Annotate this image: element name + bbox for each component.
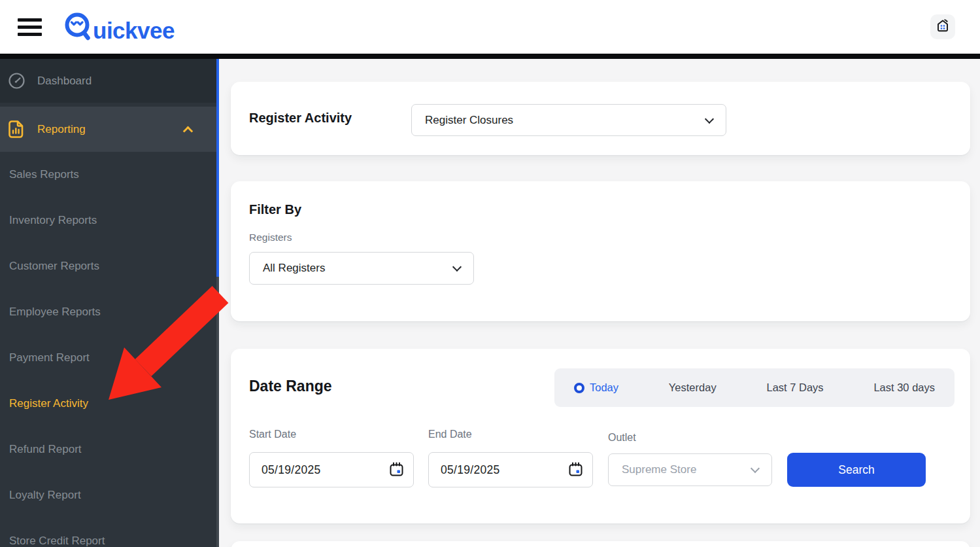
- register-activity-select[interactable]: Register Closures: [411, 104, 726, 136]
- sidebar-item-refund-report[interactable]: Refund Report: [0, 427, 219, 472]
- sidebar-item-loyalty-report[interactable]: Loyalty Report: [0, 472, 219, 518]
- next-card-partial: [231, 541, 970, 547]
- hamburger-menu-icon[interactable]: [18, 14, 42, 40]
- range-label: Today: [590, 381, 618, 394]
- sidebar-item-label: Dashboard: [37, 75, 92, 88]
- report-document-icon: [5, 119, 27, 139]
- registers-select-value: All Registers: [263, 262, 325, 275]
- sidebar-item-dashboard[interactable]: Dashboard: [0, 59, 219, 103]
- sidebar-item-label: Payment Report: [9, 351, 90, 364]
- main-content: Register Activity Register Closures Filt…: [219, 59, 980, 547]
- calendar-icon[interactable]: [567, 461, 584, 480]
- date-range-card: Date Range Today Yesterday Last 7 Days L…: [231, 349, 970, 523]
- sidebar-item-label: Refund Report: [9, 443, 82, 456]
- register-activity-select-value: Register Closures: [425, 114, 513, 127]
- outlet-label: Outlet: [608, 432, 636, 444]
- date-range-title: Date Range: [249, 378, 332, 395]
- sidebar-item-label: Sales Reports: [9, 168, 79, 181]
- dashboard-gauge-icon: [5, 72, 27, 90]
- end-date-label: End Date: [428, 429, 472, 440]
- logo-text: uickvee: [93, 18, 175, 44]
- sidebar-item-label: Reporting: [37, 123, 86, 136]
- header-divider: [0, 54, 980, 59]
- sidebar-item-label: Register Activity: [9, 397, 88, 410]
- registers-label: Registers: [249, 232, 292, 243]
- chevron-down-icon: [705, 114, 714, 123]
- outlet-select[interactable]: Supreme Store: [608, 453, 772, 486]
- top-header: uickvee: [0, 0, 980, 54]
- sidebar-item-label: Loyalty Report: [9, 489, 81, 502]
- range-last-7-days[interactable]: Last 7 Days: [766, 381, 823, 394]
- store-switcher-icon: [935, 18, 951, 36]
- registers-select[interactable]: All Registers: [249, 252, 474, 285]
- sidebar-scrollbar[interactable]: [216, 59, 219, 547]
- sidebar-item-sales-reports[interactable]: Sales Reports: [0, 152, 219, 198]
- quick-range-tabs: Today Yesterday Last 7 Days Last 30 days: [554, 368, 955, 407]
- outlet-select-value: Supreme Store: [622, 463, 696, 476]
- sidebar-item-reporting[interactable]: Reporting: [0, 107, 219, 152]
- register-activity-label: Register Activity: [249, 111, 352, 126]
- filter-by-card: Filter By Registers All Registers: [231, 181, 970, 321]
- sidebar-item-customer-reports[interactable]: Customer Reports: [0, 243, 219, 289]
- range-yesterday[interactable]: Yesterday: [669, 381, 717, 394]
- chevron-down-icon: [751, 464, 760, 473]
- reporting-submenu: Sales Reports Inventory Reports Customer…: [0, 152, 219, 547]
- sidebar-item-label: Customer Reports: [9, 260, 99, 273]
- sidebar-item-label: Store Credit Report: [9, 535, 105, 547]
- quickvee-q-icon: [63, 10, 92, 44]
- register-activity-card: Register Activity Register Closures: [231, 82, 970, 155]
- store-switcher-button[interactable]: [930, 14, 955, 39]
- chevron-down-icon: [452, 262, 462, 272]
- sidebar-item-inventory-reports[interactable]: Inventory Reports: [0, 198, 219, 243]
- range-today[interactable]: Today: [574, 381, 618, 394]
- search-button[interactable]: Search: [787, 453, 926, 487]
- sidebar-item-register-activity[interactable]: Register Activity: [0, 381, 219, 427]
- sidebar-item-label: Employee Reports: [9, 306, 101, 319]
- start-date-label: Start Date: [249, 429, 296, 440]
- sidebar-item-store-credit-report[interactable]: Store Credit Report: [0, 518, 219, 547]
- chevron-up-icon: [183, 126, 194, 137]
- radio-selected-icon: [574, 383, 584, 393]
- sidebar-scrollbar-thumb[interactable]: [216, 59, 219, 277]
- calendar-icon[interactable]: [388, 461, 405, 480]
- sidebar-item-employee-reports[interactable]: Employee Reports: [0, 289, 219, 335]
- sidebar-item-payment-report[interactable]: Payment Report: [0, 335, 219, 381]
- range-last-30-days[interactable]: Last 30 days: [873, 381, 935, 394]
- quickvee-logo[interactable]: uickvee: [63, 10, 175, 44]
- filter-by-title: Filter By: [249, 202, 301, 217]
- sidebar-item-label: Inventory Reports: [9, 214, 97, 227]
- sidebar: Dashboard Reporting Sales Reports Invent…: [0, 59, 219, 547]
